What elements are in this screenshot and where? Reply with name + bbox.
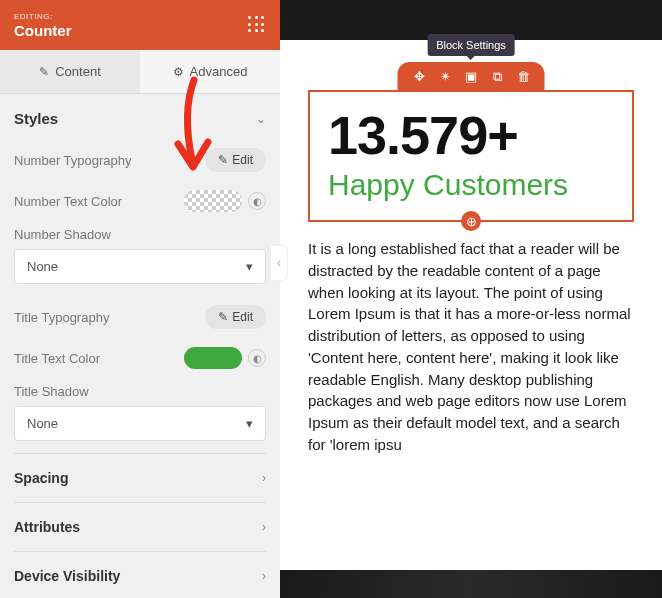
title-typography-row: Title Typography ✎ Edit bbox=[14, 296, 266, 338]
caret-down-icon: ▾ bbox=[246, 416, 253, 431]
edit-number-typography-button[interactable]: ✎ Edit bbox=[205, 148, 266, 172]
device-visibility-section[interactable]: Device Visibility › bbox=[14, 551, 266, 598]
chevron-down-icon: ⌄ bbox=[256, 112, 266, 126]
number-shadow-select[interactable]: None ▾ bbox=[14, 249, 266, 284]
block-settings-tooltip: Block Settings bbox=[427, 34, 515, 56]
number-text-color-label: Number Text Color bbox=[14, 194, 122, 209]
number-shadow-row: Number Shadow None ▾ bbox=[14, 221, 266, 296]
tabs: ✎ Content ⚙ Advanced bbox=[0, 50, 280, 94]
preview-bottom-bar bbox=[280, 570, 662, 598]
number-color-swatch[interactable] bbox=[184, 190, 242, 212]
title-text-color-row: Title Text Color ◐ bbox=[14, 338, 266, 378]
move-icon[interactable]: ✥ bbox=[412, 69, 427, 84]
styles-section-head[interactable]: Styles ⌄ bbox=[14, 94, 266, 139]
delete-icon[interactable]: 🗑 bbox=[516, 69, 531, 84]
spacing-section[interactable]: Spacing › bbox=[14, 453, 266, 502]
number-shadow-label: Number Shadow bbox=[14, 227, 111, 242]
sidebar-header: EDITING: Counter bbox=[0, 0, 280, 50]
styles-heading: Styles bbox=[14, 110, 58, 127]
title-shadow-label: Title Shadow bbox=[14, 384, 89, 399]
body-paragraph: It is a long established fact that a rea… bbox=[308, 238, 634, 456]
tab-content-label: Content bbox=[55, 64, 101, 79]
title-typography-label: Title Typography bbox=[14, 310, 109, 325]
block-name: Counter bbox=[14, 22, 72, 39]
caret-down-icon: ▾ bbox=[246, 259, 253, 274]
block-toolbar: Block Settings ✥ ✴ ▣ ⧉ 🗑 bbox=[398, 62, 545, 91]
duplicate-icon[interactable]: ⧉ bbox=[490, 69, 505, 84]
number-typography-row: Number Typography ✎ Edit bbox=[14, 139, 266, 181]
settings-panel: Styles ⌄ Number Typography ✎ Edit Number… bbox=[0, 94, 280, 598]
tab-advanced[interactable]: ⚙ Advanced bbox=[140, 50, 280, 93]
color-picker-icon[interactable]: ◐ bbox=[248, 192, 266, 210]
color-picker-icon[interactable]: ◐ bbox=[248, 349, 266, 367]
tab-advanced-label: Advanced bbox=[190, 64, 248, 79]
apps-grid-icon[interactable] bbox=[248, 16, 266, 34]
pencil-icon: ✎ bbox=[218, 310, 228, 324]
counter-number: 13.579+ bbox=[328, 108, 614, 162]
edit-title-typography-button[interactable]: ✎ Edit bbox=[205, 305, 266, 329]
title-shadow-select[interactable]: None ▾ bbox=[14, 406, 266, 441]
counter-block[interactable]: 13.579+ Happy Customers ⊕ bbox=[308, 90, 634, 222]
add-block-handle[interactable]: ⊕ bbox=[461, 211, 481, 231]
pencil-icon: ✎ bbox=[39, 65, 49, 79]
save-icon[interactable]: ▣ bbox=[464, 69, 479, 84]
sliders-icon: ⚙ bbox=[173, 65, 184, 79]
attributes-section[interactable]: Attributes › bbox=[14, 502, 266, 551]
number-text-color-row: Number Text Color ◐ bbox=[14, 181, 266, 221]
counter-title: Happy Customers bbox=[328, 168, 614, 202]
pencil-icon: ✎ bbox=[218, 153, 228, 167]
chevron-right-icon: › bbox=[262, 471, 266, 485]
title-shadow-row: Title Shadow None ▾ bbox=[14, 378, 266, 453]
settings-sidebar: EDITING: Counter ✎ Content ⚙ Advanced St… bbox=[0, 0, 280, 598]
editing-label: EDITING: bbox=[14, 12, 72, 21]
title-text-color-label: Title Text Color bbox=[14, 351, 100, 366]
title-color-swatch[interactable] bbox=[184, 347, 242, 369]
number-typography-label: Number Typography bbox=[14, 153, 132, 168]
tab-content[interactable]: ✎ Content bbox=[0, 50, 140, 93]
chevron-right-icon: › bbox=[262, 569, 266, 583]
settings-gear-icon[interactable]: ✴ bbox=[438, 69, 453, 84]
chevron-right-icon: › bbox=[262, 520, 266, 534]
preview-pane: ‹ Block Settings ✥ ✴ ▣ ⧉ 🗑 13.579+ Happy… bbox=[280, 0, 662, 598]
